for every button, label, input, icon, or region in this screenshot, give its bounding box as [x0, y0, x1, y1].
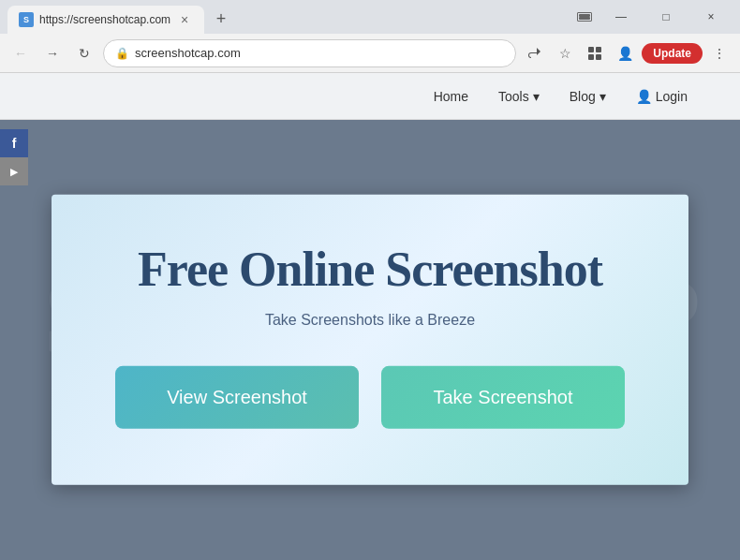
browser-chrome: S https://screenshotcap.com × + — □ × ← … [0, 0, 740, 73]
window-controls: — □ × [599, 4, 733, 30]
hero-title: Free Online Screenshot [89, 242, 651, 297]
svg-rect-3 [596, 54, 601, 60]
svg-rect-2 [588, 54, 594, 60]
tab-close-button[interactable]: × [176, 11, 193, 28]
tab-favicon: S [19, 12, 34, 27]
url-bar[interactable]: 🔒 screenshotcap.com [103, 39, 516, 67]
lock-icon: 🔒 [115, 47, 129, 60]
website-wrapper: SCREENCAP Home Tools ▾ Blog ▾ 👤 Login f … [0, 73, 740, 560]
browser-tab[interactable]: S https://screenshotcap.com × [7, 6, 204, 34]
facebook-button[interactable]: f [0, 129, 28, 157]
nav-tools[interactable]: Tools ▾ [483, 73, 555, 119]
more-menu-icon[interactable]: ⋮ [706, 40, 733, 66]
hero-section: Free Online Screenshot Take Screenshots … [52, 195, 688, 485]
svg-rect-0 [588, 47, 594, 52]
nav-blog[interactable]: Blog ▾ [555, 73, 621, 119]
svg-rect-1 [596, 47, 601, 52]
forward-button[interactable]: → [39, 40, 66, 66]
title-bar: S https://screenshotcap.com × + — □ × [0, 0, 740, 34]
address-bar: ← → ↻ 🔒 screenshotcap.com ☆ 👤 [0, 34, 740, 73]
address-actions: ☆ 👤 Update ⋮ [522, 40, 733, 66]
tools-dropdown-icon: ▾ [533, 89, 540, 104]
profile-extension-icon[interactable] [582, 40, 608, 66]
nav-home[interactable]: Home [419, 73, 483, 119]
login-user-icon: 👤 [636, 89, 652, 104]
hero-buttons: View Screenshot Take Screenshot [89, 366, 651, 429]
site-navigation: Home Tools ▾ Blog ▾ 👤 Login [0, 73, 740, 120]
view-screenshot-button[interactable]: View Screenshot [115, 366, 359, 429]
profile-icon[interactable]: 👤 [612, 40, 638, 66]
blog-dropdown-icon: ▾ [599, 89, 606, 104]
minimize-button[interactable]: — [599, 4, 643, 30]
maximize-button[interactable]: □ [644, 4, 688, 30]
update-button[interactable]: Update [642, 43, 703, 64]
share-icon[interactable] [522, 40, 548, 66]
new-tab-button[interactable]: + [208, 6, 234, 32]
nav-login[interactable]: 👤 Login [621, 73, 703, 119]
tab-tile-icon [577, 12, 592, 22]
reload-button[interactable]: ↻ [71, 40, 97, 66]
back-button[interactable]: ← [7, 40, 34, 66]
bookmark-icon[interactable]: ☆ [552, 40, 578, 66]
url-text: screenshotcap.com [135, 46, 504, 60]
tab-title: https://screenshotcap.com [39, 13, 170, 26]
social-sidebar: f ▶ [0, 129, 28, 185]
take-screenshot-button[interactable]: Take Screenshot [381, 366, 625, 429]
social-button-2[interactable]: ▶ [0, 157, 28, 185]
hero-subtitle: Take Screenshots like a Breeze [89, 312, 651, 329]
tab-strip: S https://screenshotcap.com × + [7, 0, 573, 34]
close-button[interactable]: × [689, 4, 733, 30]
